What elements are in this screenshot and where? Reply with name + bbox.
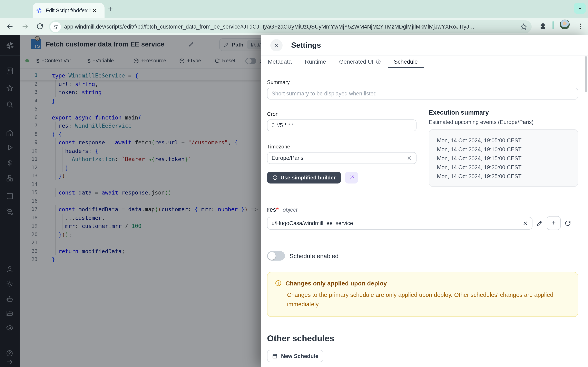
drawer-title: Settings bbox=[291, 41, 321, 50]
resource-input[interactable]: u/HugoCasa/windmill_ee_service bbox=[267, 217, 532, 229]
timezone-clear-icon[interactable] bbox=[407, 155, 412, 161]
url-text: app.windmill.dev/scripts/edit/f/bd/fetch… bbox=[64, 24, 520, 30]
schedule-enabled-label: Schedule enabled bbox=[290, 252, 338, 259]
extensions-icon[interactable] bbox=[539, 22, 547, 30]
profile-avatar[interactable] bbox=[560, 20, 570, 29]
browser-menu-icon[interactable] bbox=[577, 22, 584, 31]
summary-input[interactable]: Short summary to be displayed when liste… bbox=[267, 88, 578, 100]
warning-title: Changes only applied upon deploy bbox=[285, 280, 387, 287]
timezone-label: Timezone bbox=[267, 143, 416, 150]
execution-summary-column: Execution summary Estimated upcoming eve… bbox=[429, 109, 578, 187]
tab-metadata[interactable]: Metadata bbox=[268, 55, 292, 68]
cron-input[interactable]: 0 */5 * * * bbox=[267, 119, 416, 131]
info-icon bbox=[375, 59, 381, 64]
forward-icon[interactable] bbox=[21, 22, 29, 31]
tab-close-icon[interactable] bbox=[92, 8, 97, 13]
other-schedules-heading: Other schedules bbox=[267, 334, 578, 343]
browser-tab-strip: Edit Script f/bd/fetch_custom bbox=[0, 0, 588, 18]
cron-column: Cron 0 */5 * * * Timezone Europe/Paris bbox=[267, 109, 416, 187]
calendar-icon bbox=[272, 353, 278, 359]
browser-tab[interactable]: Edit Script f/bd/fetch_custom bbox=[33, 3, 104, 18]
tab-title: Edit Script f/bd/fetch_custom bbox=[46, 8, 91, 13]
summary-placeholder: Short summary to be displayed when liste… bbox=[272, 91, 377, 97]
schedule-tab-panel: Summary Short summary to be displayed wh… bbox=[261, 79, 588, 367]
execution-summary-subtitle: Estimated upcoming events (Europe/Paris) bbox=[429, 119, 578, 125]
cron-label: Cron bbox=[267, 111, 416, 117]
magic-wand-icon bbox=[348, 175, 355, 181]
browser-window: Edit Script f/bd/fetch_custom bbox=[0, 0, 588, 367]
resource-clear-icon[interactable] bbox=[523, 220, 528, 226]
toolbar-separator bbox=[553, 21, 553, 29]
tab-search-chevron-button[interactable] bbox=[574, 3, 586, 14]
tab-schedule[interactable]: Schedule bbox=[394, 55, 418, 68]
browser-toolbar: app.windmill.dev/scripts/edit/f/bd/fetch… bbox=[0, 18, 588, 35]
use-simplified-builder-button[interactable]: Use simplified builder bbox=[267, 172, 341, 184]
settings-tabs: Metadata Runtime Generated UI Schedule bbox=[261, 55, 588, 68]
event-item: Mon, 14 Oct 2024, 19:10:00 CEST bbox=[437, 145, 578, 154]
bookmark-star-icon[interactable] bbox=[520, 23, 527, 31]
event-item: Mon, 14 Oct 2024, 19:05:00 CEST bbox=[437, 136, 578, 145]
windmill-favicon-icon bbox=[36, 7, 43, 14]
ai-wand-button[interactable] bbox=[345, 172, 358, 184]
new-tab-button[interactable] bbox=[107, 6, 113, 12]
modal-dim-overlay[interactable] bbox=[0, 35, 261, 367]
res-field-name: res* bbox=[267, 206, 279, 213]
upcoming-events-box: Mon, 14 Oct 2024, 19:05:00 CEST Mon, 14 … bbox=[429, 129, 578, 187]
close-icon[interactable] bbox=[270, 39, 283, 51]
schedule-enabled-row: Schedule enabled bbox=[267, 251, 578, 261]
tab-generated-ui[interactable]: Generated UI bbox=[339, 55, 381, 68]
required-asterisk: * bbox=[276, 206, 279, 213]
res-field-type: object bbox=[283, 207, 297, 213]
clock-icon bbox=[272, 175, 278, 180]
res-field-section: res* object u/HugoCasa/windmill_ee_servi… bbox=[267, 206, 578, 230]
execution-summary-title: Execution summary bbox=[429, 109, 578, 116]
drawer-scrollbar[interactable] bbox=[585, 56, 587, 92]
deploy-warning-box: Changes only applied upon deploy Changes… bbox=[267, 272, 578, 317]
add-resource-plus-button[interactable]: + bbox=[547, 216, 561, 230]
new-schedule-button[interactable]: New Schedule bbox=[267, 350, 323, 362]
screenshot-viewport: Edit Script f/bd/fetch_custom bbox=[0, 0, 588, 367]
drawer-header: Settings bbox=[261, 35, 588, 55]
back-icon[interactable] bbox=[6, 22, 14, 31]
event-item: Mon, 14 Oct 2024, 19:20:00 CEST bbox=[437, 163, 578, 172]
edit-resource-pencil-icon[interactable] bbox=[536, 220, 543, 226]
site-settings-icon[interactable] bbox=[50, 21, 61, 32]
summary-label: Summary bbox=[267, 79, 578, 85]
event-item: Mon, 14 Oct 2024, 19:25:00 CEST bbox=[437, 172, 578, 181]
address-bar[interactable]: app.windmill.dev/scripts/edit/f/bd/fetch… bbox=[49, 20, 532, 33]
schedule-enabled-toggle[interactable] bbox=[267, 251, 285, 261]
warning-body: Changes to the primary schedule are only… bbox=[275, 290, 565, 309]
event-item: Mon, 14 Oct 2024, 19:15:00 CEST bbox=[437, 154, 578, 163]
refresh-resources-icon[interactable] bbox=[564, 220, 571, 226]
timezone-input[interactable]: Europe/Paris bbox=[267, 152, 416, 164]
reload-icon[interactable] bbox=[36, 22, 44, 30]
settings-drawer: Settings Metadata Runtime Generated UI S… bbox=[261, 35, 588, 367]
warning-icon bbox=[275, 280, 282, 287]
tab-runtime[interactable]: Runtime bbox=[305, 55, 326, 68]
